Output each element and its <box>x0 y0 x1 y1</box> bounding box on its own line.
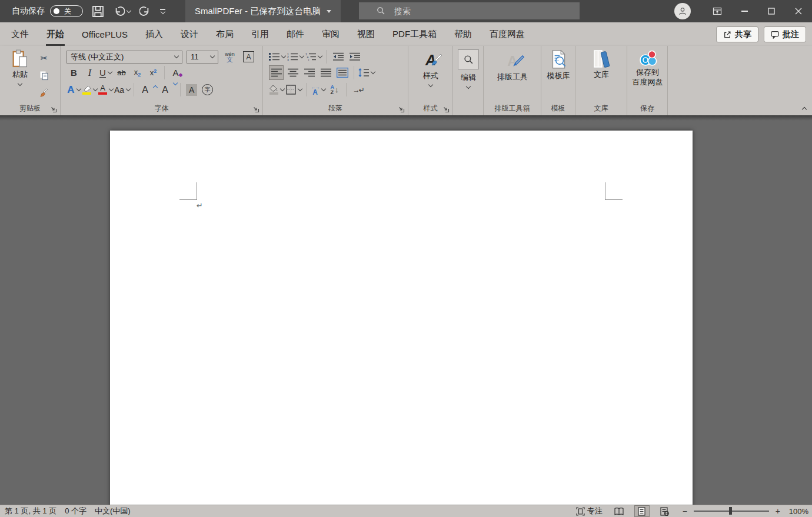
zoom-out-button[interactable]: − <box>681 506 688 516</box>
phonetic-guide-button[interactable]: wén 文 <box>222 49 237 64</box>
ribbon-display-options-button[interactable] <box>704 0 731 22</box>
clipboard-dialog-launcher[interactable] <box>50 106 57 113</box>
subscript-button[interactable]: x2 <box>130 65 145 80</box>
enclose-characters-button[interactable]: 字 <box>200 82 215 97</box>
minimize-button[interactable] <box>731 0 758 22</box>
distributed-button[interactable] <box>335 65 350 80</box>
underline-button[interactable]: U <box>98 65 113 80</box>
align-center-button[interactable] <box>285 65 300 80</box>
align-center-icon <box>288 68 298 77</box>
character-border-button[interactable]: A <box>241 49 256 64</box>
redo-button[interactable] <box>139 5 151 17</box>
borders-button[interactable] <box>286 82 302 97</box>
save-button[interactable] <box>92 5 104 18</box>
tab-insert[interactable]: 插入 <box>137 22 172 46</box>
account-avatar[interactable] <box>674 3 691 19</box>
tab-file[interactable]: 文件 <box>2 22 38 46</box>
font-size-select[interactable]: 11 <box>187 51 218 64</box>
copy-button[interactable] <box>36 68 52 83</box>
multilevel-list-button[interactable]: 1 a i <box>305 49 322 64</box>
bold-button[interactable]: B <box>66 65 81 80</box>
collapse-ribbon-button[interactable] <box>802 107 807 112</box>
zoom-in-button[interactable]: + <box>774 506 781 516</box>
font-color-button[interactable]: A <box>98 82 113 97</box>
web-layout-button[interactable] <box>657 505 673 517</box>
tab-view[interactable]: 视图 <box>348 22 384 46</box>
change-case-button[interactable]: Aa <box>114 82 130 97</box>
decrease-indent-button[interactable] <box>331 49 345 64</box>
styles-dialog-launcher[interactable] <box>442 106 450 113</box>
page-indicator[interactable]: 第 1 页, 共 1 页 <box>5 506 65 516</box>
zoom-level[interactable]: 100% <box>789 507 808 516</box>
styles-button[interactable]: A 样式 <box>417 49 445 86</box>
template-gallery-button[interactable]: 模板库 <box>544 49 573 81</box>
align-left-button[interactable] <box>269 65 284 80</box>
character-shading-button[interactable]: A <box>184 82 199 97</box>
align-right-button[interactable] <box>302 65 317 80</box>
tab-review[interactable]: 审阅 <box>313 22 348 46</box>
tab-references[interactable]: 引用 <box>242 22 278 46</box>
shading-button[interactable] <box>269 82 284 97</box>
document-page[interactable]: ↵ <box>110 131 693 505</box>
cut-button[interactable]: ✂ <box>36 51 52 65</box>
customize-quick-access-button[interactable] <box>160 9 165 13</box>
show-formatting-marks-button[interactable]: →↵ <box>351 82 365 97</box>
clear-formatting-button[interactable]: A◆ <box>168 65 183 80</box>
tab-baidu-netdisk[interactable]: 百度网盘 <box>481 22 534 46</box>
undo-button[interactable] <box>113 5 131 17</box>
bullets-button[interactable] <box>269 49 285 64</box>
text-highlight-button[interactable] <box>82 82 97 97</box>
baidu-netdisk-icon <box>638 49 658 67</box>
font-name-select[interactable]: 等线 (中文正文) <box>66 51 182 64</box>
maximize-button[interactable] <box>758 0 785 22</box>
tab-officeplus[interactable]: OfficePLUS <box>73 22 137 46</box>
close-button[interactable] <box>785 0 812 22</box>
italic-button[interactable]: I <box>82 65 97 80</box>
justify-button[interactable] <box>318 65 333 80</box>
strikethrough-button[interactable]: ab <box>114 65 129 80</box>
save-to-baidu-netdisk-button[interactable]: 保存到 百度网盘 <box>629 49 666 87</box>
tab-pdf-toolbox[interactable]: PDF工具箱 <box>384 22 445 46</box>
sort-button[interactable]: AZ ↓ <box>327 82 342 97</box>
tab-layout[interactable]: 布局 <box>207 22 242 46</box>
text-effects-button[interactable]: A <box>66 82 81 97</box>
format-painter-button[interactable] <box>36 86 52 101</box>
zoom-slider[interactable] <box>694 511 769 512</box>
read-mode-button[interactable] <box>611 505 627 517</box>
line-spacing-button[interactable] <box>358 65 375 80</box>
numbering-button[interactable]: 1 2 3 <box>287 49 304 64</box>
tab-design[interactable]: 设计 <box>172 22 207 46</box>
focus-mode-button[interactable]: 专注 <box>576 506 603 516</box>
comments-button[interactable]: 批注 <box>764 26 806 42</box>
asian-layout-button[interactable]: ←→ A <box>311 82 325 97</box>
tab-mailings[interactable]: 邮件 <box>278 22 313 46</box>
view-shortcuts <box>611 505 673 517</box>
wenku-button[interactable]: 文库 <box>587 49 616 79</box>
paste-dropdown-icon[interactable] <box>18 81 22 86</box>
paragraph-dialog-launcher[interactable] <box>398 106 405 113</box>
print-layout-button[interactable] <box>634 505 650 517</box>
search-box[interactable] <box>359 2 580 19</box>
undo-dropdown-icon[interactable] <box>127 8 131 12</box>
tab-help[interactable]: 帮助 <box>445 22 481 46</box>
language-indicator[interactable]: 中文(中国) <box>95 506 139 516</box>
autosave-toggle[interactable]: 关 <box>50 5 83 17</box>
autosave-control[interactable]: 自动保存 关 <box>12 5 83 17</box>
paste-button[interactable]: 粘贴 <box>6 49 34 85</box>
font-size-value: 11 <box>191 52 199 61</box>
share-button[interactable]: 共享 <box>716 26 758 42</box>
search-input[interactable] <box>393 6 566 16</box>
editing-button[interactable]: 编辑 <box>458 49 479 88</box>
grow-font-button[interactable]: A <box>138 82 157 97</box>
document-canvas[interactable]: ↵ <box>0 115 812 505</box>
tab-home[interactable]: 开始 <box>38 22 73 46</box>
font-dialog-launcher[interactable] <box>252 106 259 113</box>
shrink-font-button[interactable]: A <box>158 82 177 97</box>
typeset-tools-button[interactable]: A 排版工具 <box>496 49 529 82</box>
increase-indent-button[interactable] <box>347 49 362 64</box>
zoom-slider-thumb[interactable] <box>729 507 732 515</box>
word-count[interactable]: 0 个字 <box>65 506 95 516</box>
highlighter-icon <box>82 85 91 95</box>
document-title[interactable]: SmallPDFer - 已保存到这台电脑 <box>185 0 341 22</box>
superscript-button[interactable]: x2 <box>146 65 161 80</box>
